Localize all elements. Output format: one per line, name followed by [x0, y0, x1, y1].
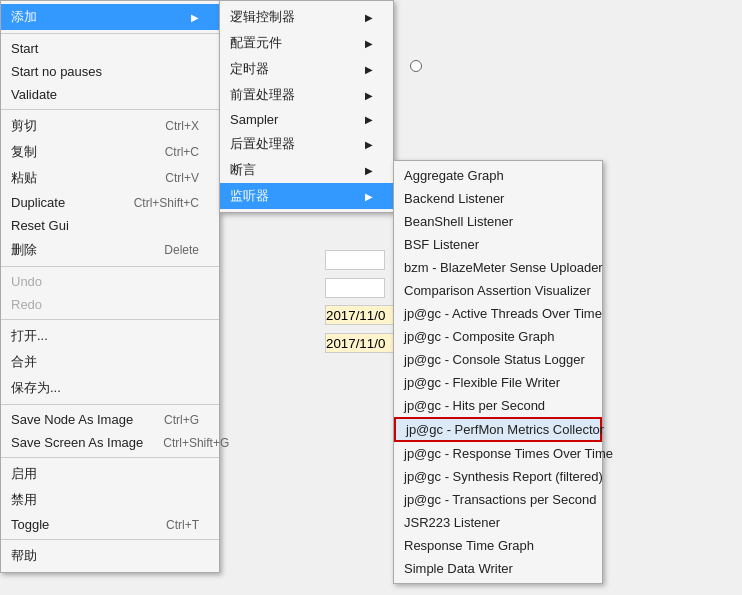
menu2-item-arrow-6: ▶ [365, 165, 373, 176]
menu3-item-11[interactable]: jp@gc - PerfMon Metrics Collector [394, 417, 602, 442]
menu1-item-label-24: 禁用 [11, 491, 37, 509]
menu1-item-shortcut-11: Delete [164, 243, 199, 257]
menu3-item-4[interactable]: bzm - BlazeMeter Sense Uploader [394, 256, 602, 279]
menu3-item-label-4: bzm - BlazeMeter Sense Uploader [404, 260, 603, 275]
menu3-item-12[interactable]: jp@gc - Response Times Over Time [394, 442, 602, 465]
menu2-item-0[interactable]: 逻辑控制器▶ [220, 4, 393, 30]
menu1-item-label-7: 复制 [11, 143, 37, 161]
menu1-item-20[interactable]: Save Node As ImageCtrl+G [1, 408, 219, 431]
menu1-item-10[interactable]: Reset Gui [1, 214, 219, 237]
menu1-item-label-2: Start [11, 41, 38, 56]
menu1-item-21[interactable]: Save Screen As ImageCtrl+Shift+G [1, 431, 219, 454]
menu3-item-5[interactable]: Comparison Assertion Visualizer [394, 279, 602, 302]
menu3-item-label-0: Aggregate Graph [404, 168, 504, 183]
menu1-item-17[interactable]: 合并 [1, 349, 219, 375]
menu3-item-label-13: jp@gc - Synthesis Report (filtered) [404, 469, 603, 484]
menu1-item-25[interactable]: ToggleCtrl+T [1, 513, 219, 536]
menu1-item-shortcut-25: Ctrl+T [166, 518, 199, 532]
menu3-item-3[interactable]: BSF Listener [394, 233, 602, 256]
menu2-item-arrow-7: ▶ [365, 191, 373, 202]
menu-separator [1, 266, 219, 267]
menu1-item-label-9: Duplicate [11, 195, 65, 210]
menu-separator [1, 457, 219, 458]
menu3-item-label-6: jp@gc - Active Threads Over Time [404, 306, 602, 321]
menu3-item-label-16: Response Time Graph [404, 538, 534, 553]
menu3-item-label-15: JSR223 Listener [404, 515, 500, 530]
menu1-item-shortcut-7: Ctrl+C [165, 145, 199, 159]
menu3-item-17[interactable]: Simple Data Writer [394, 557, 602, 580]
menu1-item-2[interactable]: Start [1, 37, 219, 60]
menu2-item-label-2: 定时器 [230, 60, 269, 78]
menu1-item-label-18: 保存为... [11, 379, 61, 397]
menu3-item-1[interactable]: Backend Listener [394, 187, 602, 210]
menu1-item-7[interactable]: 复制Ctrl+C [1, 139, 219, 165]
start-next-radio[interactable] [410, 60, 425, 72]
menu1-item-18[interactable]: 保存为... [1, 375, 219, 401]
menu2-item-3[interactable]: 前置处理器▶ [220, 82, 393, 108]
menu1-item-shortcut-8: Ctrl+V [165, 171, 199, 185]
menu2-item-label-7: 监听器 [230, 187, 269, 205]
menu3-item-13[interactable]: jp@gc - Synthesis Report (filtered) [394, 465, 602, 488]
menu2-item-7[interactable]: 监听器▶ [220, 183, 393, 209]
menu1-item-9[interactable]: DuplicateCtrl+Shift+C [1, 191, 219, 214]
menu2-item-arrow-4: ▶ [365, 114, 373, 125]
menu2-item-1[interactable]: 配置元件▶ [220, 30, 393, 56]
menu1-item-label-11: 删除 [11, 241, 37, 259]
menu3-item-label-1: Backend Listener [404, 191, 504, 206]
menu1-item-6[interactable]: 剪切Ctrl+X [1, 113, 219, 139]
menu3-item-label-10: jp@gc - Hits per Second [404, 398, 545, 413]
menu1-item-11[interactable]: 删除Delete [1, 237, 219, 263]
menu3-item-label-8: jp@gc - Console Status Logger [404, 352, 585, 367]
menu2-item-label-5: 后置处理器 [230, 135, 295, 153]
menu2-item-arrow-3: ▶ [365, 90, 373, 101]
menu-separator [1, 319, 219, 320]
menu3-item-2[interactable]: BeanShell Listener [394, 210, 602, 233]
menu3-item-label-3: BSF Listener [404, 237, 479, 252]
menu-separator [1, 33, 219, 34]
menu1-item-16[interactable]: 打开... [1, 323, 219, 349]
menu1-item-27[interactable]: 帮助 [1, 543, 219, 569]
menu2-item-2[interactable]: 定时器▶ [220, 56, 393, 82]
menu1-item-8[interactable]: 粘贴Ctrl+V [1, 165, 219, 191]
menu1-item-label-13: Undo [11, 274, 42, 289]
menu2-item-5[interactable]: 后置处理器▶ [220, 131, 393, 157]
menu3-item-9[interactable]: jp@gc - Flexible File Writer [394, 371, 602, 394]
menu1-item-0[interactable]: 添加▶ [1, 4, 219, 30]
menu1-item-label-16: 打开... [11, 327, 48, 345]
menu1-item-label-10: Reset Gui [11, 218, 69, 233]
menu1-item-label-14: Redo [11, 297, 42, 312]
menu1-item-arrow-0: ▶ [191, 12, 199, 23]
menu1-item-24[interactable]: 禁用 [1, 487, 219, 513]
menu2-item-label-1: 配置元件 [230, 34, 282, 52]
menu3-item-6[interactable]: jp@gc - Active Threads Over Time [394, 302, 602, 325]
menu3-item-label-7: jp@gc - Composite Graph [404, 329, 554, 344]
menu3-item-label-2: BeanShell Listener [404, 214, 513, 229]
context-menu-level3: Aggregate GraphBackend ListenerBeanShell… [393, 160, 603, 584]
menu3-item-15[interactable]: JSR223 Listener [394, 511, 602, 534]
menu3-item-0[interactable]: Aggregate Graph [394, 164, 602, 187]
startup-delay-input[interactable] [325, 278, 385, 298]
menu3-item-10[interactable]: jp@gc - Hits per Second [394, 394, 602, 417]
menu1-item-label-4: Validate [11, 87, 57, 102]
context-menu-level2: 逻辑控制器▶配置元件▶定时器▶前置处理器▶Sampler▶后置处理器▶断言▶监听… [219, 0, 394, 213]
menu2-item-4[interactable]: Sampler▶ [220, 108, 393, 131]
menu2-item-label-3: 前置处理器 [230, 86, 295, 104]
menu1-item-23[interactable]: 启用 [1, 461, 219, 487]
menu1-item-shortcut-21: Ctrl+Shift+G [163, 436, 229, 450]
menu1-item-label-20: Save Node As Image [11, 412, 133, 427]
menu1-item-label-8: 粘贴 [11, 169, 37, 187]
menu1-item-3[interactable]: Start no pauses [1, 60, 219, 83]
menu1-item-4[interactable]: Validate [1, 83, 219, 106]
menu3-item-16[interactable]: Response Time Graph [394, 534, 602, 557]
menu1-item-14: Redo [1, 293, 219, 316]
duration-input[interactable] [325, 250, 385, 270]
menu3-item-14[interactable]: jp@gc - Transactions per Second [394, 488, 602, 511]
menu2-item-arrow-2: ▶ [365, 64, 373, 75]
menu3-item-7[interactable]: jp@gc - Composite Graph [394, 325, 602, 348]
menu1-item-label-17: 合并 [11, 353, 37, 371]
menu-separator [1, 109, 219, 110]
menu3-item-8[interactable]: jp@gc - Console Status Logger [394, 348, 602, 371]
menu3-item-label-11: jp@gc - PerfMon Metrics Collector [406, 422, 604, 437]
menu3-item-label-17: Simple Data Writer [404, 561, 513, 576]
menu2-item-6[interactable]: 断言▶ [220, 157, 393, 183]
